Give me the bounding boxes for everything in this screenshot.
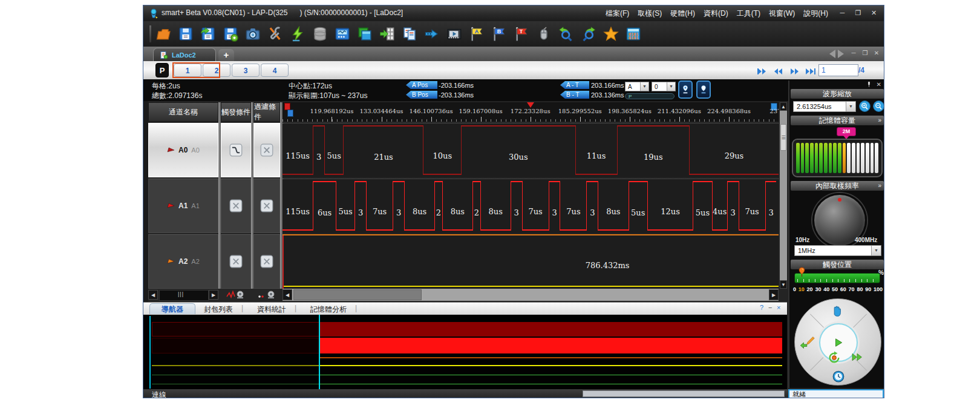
navigator-overview[interactable] xyxy=(143,314,787,390)
panel-close-button[interactable]: × xyxy=(777,304,780,311)
next-page-button[interactable] xyxy=(788,67,802,74)
prev-edge-button[interactable] xyxy=(800,337,815,349)
chevron-down-icon[interactable]: ▼ xyxy=(846,102,855,111)
child-minimize-button[interactable]: ─ xyxy=(850,49,857,58)
tab-3[interactable]: 記憶體分析 xyxy=(310,304,347,315)
time-ruler[interactable]: 119.968192us133.034464us146.100736us159.… xyxy=(283,102,779,122)
first-page-button[interactable] xyxy=(757,67,770,74)
menu-item-5[interactable]: 視窗(W) xyxy=(769,8,795,19)
v-scroll-grip-icon[interactable]: ☰ xyxy=(780,124,786,151)
menu-item-6[interactable]: 說明(H) xyxy=(803,8,828,19)
connector-button[interactable] xyxy=(424,25,440,43)
quick-capture-button[interactable] xyxy=(290,25,305,43)
tools-button[interactable] xyxy=(267,25,283,43)
b-marker-flag-icon[interactable] xyxy=(287,110,293,117)
scroll-left-button[interactable]: ◀ xyxy=(148,290,158,300)
trigger-marker-icon[interactable] xyxy=(527,102,534,111)
fast-forward-button[interactable] xyxy=(851,352,864,362)
page-p-button[interactable]: P xyxy=(155,63,169,77)
last-page-button[interactable] xyxy=(804,67,817,74)
snapshot-button[interactable] xyxy=(245,25,261,43)
wave-scroll-thumb[interactable] xyxy=(293,289,422,300)
pin-icon[interactable] xyxy=(866,81,872,88)
window-layout-button[interactable] xyxy=(357,25,373,43)
menu-item-2[interactable]: 硬體(H) xyxy=(670,8,695,19)
page-button-4[interactable]: 4 xyxy=(261,64,289,77)
navigation-pad[interactable] xyxy=(794,298,881,386)
zoom-value-select[interactable]: 2.613254us ▼ xyxy=(793,101,856,112)
panel-help-button[interactable]: ? xyxy=(760,304,763,311)
a-pos-tag[interactable]: A Pos xyxy=(406,81,437,89)
menu-item-0[interactable]: 檔案(F) xyxy=(606,8,629,19)
mouse-tag-button[interactable] xyxy=(536,25,552,43)
index-select[interactable]: 0 ▼ xyxy=(652,82,676,91)
p-mini-slider[interactable]: P xyxy=(625,93,675,99)
column-header-channel-name[interactable]: 通道名稱 xyxy=(148,102,218,122)
video-button[interactable] xyxy=(446,25,462,43)
tab-1[interactable]: 封包列表 xyxy=(204,304,233,315)
prev-page-button[interactable] xyxy=(773,67,786,74)
channel-row-name-A0[interactable]: A0 A0 xyxy=(148,123,218,177)
flag-b-button[interactable]: B xyxy=(491,25,507,43)
storage-button[interactable] xyxy=(312,25,328,43)
open-button[interactable] xyxy=(155,25,171,43)
tab-navigator[interactable]: 導航器 xyxy=(149,303,195,315)
repeat-capture-button[interactable] xyxy=(828,351,841,364)
nav-left-cursor[interactable] xyxy=(149,316,151,389)
b-pos-tag[interactable]: B Pos xyxy=(406,91,437,99)
restore-button[interactable]: ❐ xyxy=(853,8,863,18)
trigger-snapshot-button[interactable] xyxy=(221,289,251,300)
tab-scroll-left-icon[interactable] xyxy=(829,50,835,58)
tab-scroll-right-icon[interactable] xyxy=(838,50,844,58)
b-t-tag[interactable]: B - T xyxy=(560,91,589,99)
close-icon[interactable]: ✕ xyxy=(877,81,881,88)
menu-item-3[interactable]: 資料(D) xyxy=(704,8,728,19)
wave-scroll-right-button[interactable]: ▶ xyxy=(769,289,779,300)
wave-scroll-left-button[interactable]: ◀ xyxy=(283,289,292,300)
zoom-redo-button[interactable] xyxy=(581,25,596,43)
waveform-v-scrollbar[interactable]: ▲ ☰ ▼ xyxy=(780,102,787,289)
tab-ladoc2[interactable]: LaDoc2 xyxy=(153,48,216,61)
scroll-right-button[interactable]: ▶ xyxy=(209,290,218,300)
flag-a-button[interactable]: A xyxy=(469,25,485,43)
menu-item-4[interactable]: 工具(T) xyxy=(737,8,760,19)
tab-2[interactable]: 資料統計 xyxy=(257,304,286,315)
child-close-button[interactable]: ✕ xyxy=(873,49,880,58)
waveform-A2[interactable]: 786.432ms xyxy=(283,234,779,289)
flag-t-button[interactable]: T xyxy=(514,25,529,43)
trigger-condition-A2[interactable] xyxy=(221,234,251,289)
zoom-in-button[interactable] xyxy=(859,100,871,112)
minimize-button[interactable]: ─ xyxy=(837,8,848,18)
marker-select[interactable]: A ▼ xyxy=(625,82,649,91)
waveform-A1[interactable]: 115us6us5us37us38us28us28us37us37us38us5… xyxy=(283,179,779,233)
save-settings-button[interactable] xyxy=(223,25,238,43)
trigger-position-pin[interactable] xyxy=(798,267,806,277)
chevron-down-icon[interactable]: ▼ xyxy=(667,82,675,91)
toolbar-grip[interactable] xyxy=(149,25,151,42)
filter-condition-A2[interactable] xyxy=(253,234,280,289)
a-t-tag[interactable]: A - T xyxy=(560,81,589,89)
channel-row-name-A1[interactable]: A1 A1 xyxy=(148,179,218,233)
close-button[interactable]: ✕ xyxy=(869,8,879,18)
favorite-button[interactable] xyxy=(603,25,619,43)
chevron-down-icon[interactable]: ▼ xyxy=(640,82,648,91)
page-button-3[interactable]: 3 xyxy=(232,64,260,77)
timer-button[interactable] xyxy=(832,370,844,383)
trigger-position-slider[interactable] xyxy=(794,273,880,283)
chevron-down-icon[interactable]: ▼ xyxy=(871,246,881,255)
panel-minimize-button[interactable]: − xyxy=(768,304,772,311)
zoom-undo-button[interactable] xyxy=(558,25,574,43)
column-header-filter[interactable]: 過濾條件 xyxy=(253,102,280,122)
waveform-h-scrollbar[interactable]: ◀ ▶ xyxy=(283,289,779,301)
filter-snapshot-button[interactable] xyxy=(253,289,280,300)
wave-scroll-up-button[interactable]: ▲ xyxy=(780,102,787,111)
save-as-button[interactable] xyxy=(200,25,216,43)
column-header-trigger[interactable]: 觸發條件 xyxy=(221,102,251,122)
chevrons-icon[interactable]: » xyxy=(878,181,881,191)
export-table-button[interactable] xyxy=(379,25,395,43)
documents-button[interactable] xyxy=(402,25,417,43)
wave-scroll-down-button[interactable]: ▼ xyxy=(780,280,787,289)
scroll-grip-icon[interactable]: ||| xyxy=(175,291,187,298)
channel-row-name-A2[interactable]: A2 A2 xyxy=(148,234,218,289)
add-tab-button[interactable]: + xyxy=(218,49,234,61)
